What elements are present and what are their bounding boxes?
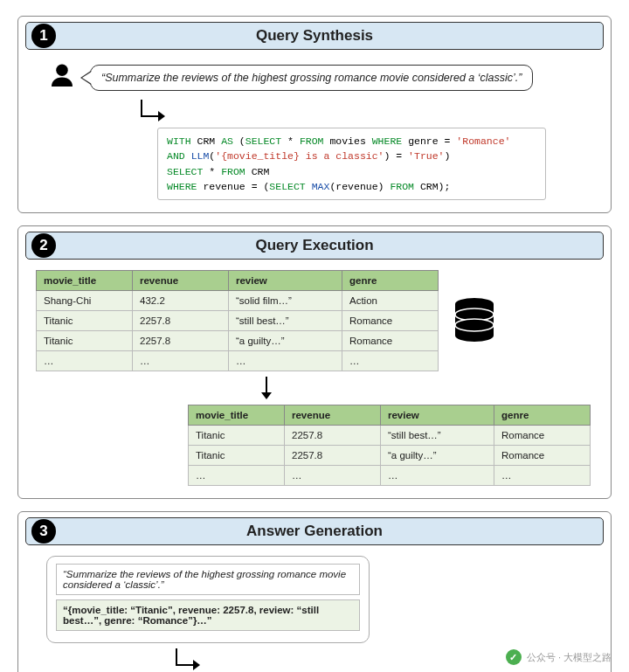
watermark: ✓ 公众号 · 大模型之路 (506, 649, 612, 665)
table-cell: “solid film…” (229, 291, 342, 311)
table-cell: 432.2 (133, 291, 229, 311)
input-query-cell: “Summarize the reviews of the highest gr… (56, 564, 360, 595)
step-badge-1: 1 (31, 24, 56, 48)
table-cell: … (37, 351, 133, 371)
section-answer-generation: 3 Answer Generation “Summarize the revie… (17, 511, 612, 672)
watermark-text: 公众号 · 大模型之路 (527, 651, 612, 664)
arrow-down-right-icon (170, 648, 205, 671)
answer-input-card: “Summarize the reviews of the highest gr… (46, 556, 370, 643)
step-badge-3: 3 (31, 519, 56, 544)
user-query-bubble: “Summarize the reviews of the highest gr… (90, 65, 533, 91)
table-cell: … (229, 351, 342, 371)
table-cell: Romance (342, 331, 439, 351)
table-cell: Titanic (189, 446, 285, 466)
table-cell: “still best…” (381, 426, 494, 446)
table-cell: 2257.8 (133, 311, 229, 331)
table-cell: … (494, 466, 591, 486)
section-title: Query Synthesis (35, 27, 594, 45)
section-title: Query Execution (35, 237, 594, 254)
table-cell: 2257.8 (133, 331, 229, 351)
input-result-cell: “{movie_title: “Titanic”, revenue: 2257.… (56, 599, 360, 631)
table-cell: Titanic (37, 311, 133, 331)
table-cell: … (133, 351, 229, 371)
section-title: Answer Generation (35, 523, 594, 540)
table-cell: Shang-Chi (37, 291, 133, 311)
table-cell: Romance (494, 426, 591, 446)
table-cell: … (342, 351, 439, 371)
table-cell: Titanic (37, 331, 133, 351)
step-badge-2: 2 (31, 233, 56, 258)
table-row: ………… (37, 351, 439, 371)
table-row: Titanic2257.8“still best…”Romance (189, 426, 591, 446)
table-cell: “still best…” (229, 311, 342, 331)
svg-point-3 (455, 319, 494, 331)
table-cell: Romance (342, 311, 439, 331)
table-cell: “a guilty…” (229, 331, 342, 351)
table-cell: Romance (494, 446, 591, 466)
section-header: 2 Query Execution (25, 232, 604, 260)
table-cell: … (285, 466, 381, 486)
section-query-execution: 2 Query Execution movie_titlerevenuerevi… (17, 225, 612, 499)
table-cell: Action (342, 291, 439, 311)
table-cell: 2257.8 (285, 446, 381, 466)
table-header: revenue (133, 271, 229, 291)
arrow-down-right-icon (135, 100, 170, 122)
table-row: Titanic2257.8“a guilty…”Romance (189, 446, 591, 466)
table-row: ………… (189, 466, 591, 486)
arrow-down-icon (258, 377, 275, 399)
section-header: 1 Query Synthesis (25, 22, 604, 50)
table-header: genre (342, 271, 439, 291)
table-cell: 2257.8 (285, 426, 381, 446)
table-header: review (381, 405, 494, 426)
input-table: movie_titlerevenuereviewgenreShang-Chi43… (36, 270, 439, 371)
user-icon (46, 60, 78, 94)
section-query-synthesis: 1 Query Synthesis “Summarize the reviews… (17, 16, 612, 213)
table-header: revenue (285, 405, 381, 426)
table-cell: … (381, 466, 494, 486)
table-header: movie_title (189, 405, 285, 426)
sql-query-box: WITH CRM AS (SELECT * FROM movies WHERE … (157, 128, 546, 200)
wechat-icon: ✓ (506, 649, 522, 665)
table-row: Titanic2257.8“still best…”Romance (37, 311, 439, 331)
table-header: genre (494, 405, 591, 426)
database-icon (453, 297, 496, 345)
table-header: movie_title (37, 271, 133, 291)
table-header: review (229, 271, 342, 291)
table-row: Titanic2257.8“a guilty…”Romance (37, 331, 439, 351)
table-cell: … (189, 466, 285, 486)
output-table: movie_titlerevenuereviewgenreTitanic2257… (188, 405, 591, 486)
table-cell: Titanic (189, 426, 285, 446)
section-header: 3 Answer Generation (25, 517, 604, 545)
svg-point-0 (56, 65, 68, 77)
table-cell: “a guilty…” (381, 446, 494, 466)
table-row: Shang-Chi432.2“solid film…”Action (37, 291, 439, 311)
